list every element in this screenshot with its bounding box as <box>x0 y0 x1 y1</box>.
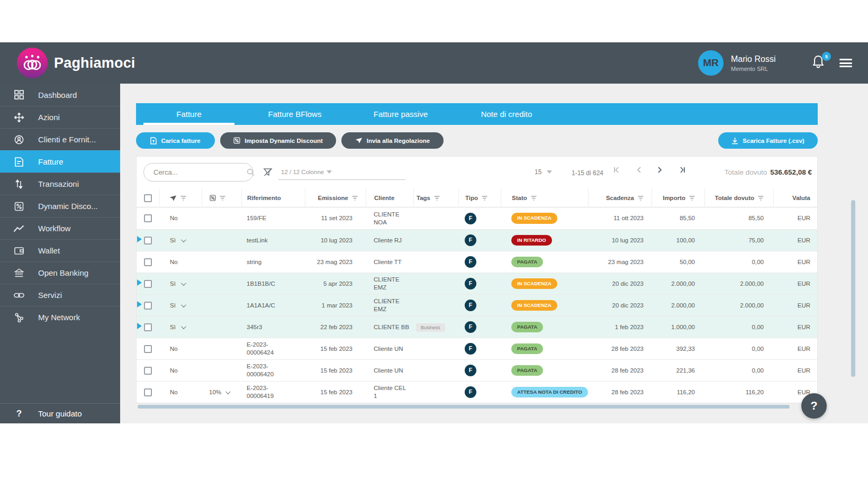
row-checkbox[interactable] <box>144 323 152 331</box>
sidebar-item-open-banking[interactable]: Open Banking <box>0 261 120 284</box>
row-checkbox[interactable] <box>144 280 152 288</box>
table-row[interactable]: No 10% E-2023-00006419 15 feb 2023 Clien… <box>137 381 817 403</box>
row-checkbox[interactable] <box>144 237 152 245</box>
sidebar-item-servizi[interactable]: Servizi <box>0 284 120 306</box>
emissione-cell: 15 feb 2023 <box>305 345 366 353</box>
sidebar-item-label: Azioni <box>38 113 60 122</box>
chevron-down-icon[interactable] <box>181 324 186 329</box>
table-row[interactable]: Sì testLink 10 lug 2023 Cliente RJ F IN … <box>137 229 817 251</box>
expand-triangle-icon[interactable] <box>137 236 142 242</box>
tipo-badge: F <box>465 278 476 289</box>
valuta-cell: EUR <box>773 323 818 331</box>
row-checkbox[interactable] <box>144 214 152 222</box>
table-body: No 159/FE 11 set 2023 CLIENTE NOA F IN S… <box>137 207 817 403</box>
notification-badge: 5 <box>822 52 831 61</box>
table-row[interactable]: No 159/FE 11 set 2023 CLIENTE NOA F IN S… <box>137 207 817 229</box>
sidebar-item-wallet[interactable]: Wallet <box>0 239 120 261</box>
filter-icon[interactable] <box>531 196 537 201</box>
row-checkbox[interactable] <box>144 388 152 396</box>
filter-icon[interactable] <box>638 196 644 201</box>
expand-triangle-icon[interactable] <box>137 323 142 329</box>
sidebar-item-azioni[interactable]: Azioni <box>0 106 120 128</box>
vertical-scrollbar[interactable] <box>851 200 855 377</box>
chevron-down-icon[interactable] <box>181 280 186 286</box>
imposta-dynamic-discount-button[interactable]: Imposta Dynamic Discount <box>220 132 336 149</box>
clear-filters-icon[interactable] <box>263 167 273 177</box>
filter-icon[interactable] <box>434 196 440 201</box>
filter-icon[interactable] <box>352 196 358 201</box>
notifications-button[interactable]: 5 <box>812 54 828 72</box>
row-checkbox[interactable] <box>144 345 152 353</box>
line-chart-icon <box>0 225 38 232</box>
sidebar-item-my-network[interactable]: My Network <box>0 306 120 328</box>
expand-triangle-icon[interactable] <box>137 301 142 307</box>
expand-triangle-icon[interactable] <box>137 279 142 286</box>
filter-icon[interactable] <box>689 196 695 201</box>
sidebar-item-tour-guidato[interactable]: ? Tour guidato <box>0 403 120 423</box>
brand-logo[interactable]: Paghiamoci <box>17 48 135 78</box>
discount-icon <box>0 202 38 211</box>
valuta-cell: EUR <box>773 302 818 310</box>
tab-fatture-bflows[interactable]: Fatture BFlows <box>242 103 348 125</box>
importo-cell: 116,20 <box>652 388 704 396</box>
select-all-checkbox[interactable] <box>144 194 152 202</box>
riferimento-cell: 345r3 <box>241 323 305 331</box>
sidebar-item-fatture[interactable]: Fatture <box>0 150 120 173</box>
menu-icon[interactable] <box>839 57 852 69</box>
emissione-cell: 23 mag 2023 <box>305 258 366 266</box>
sidebar-item-clienti[interactable]: Clienti e Fornit... <box>0 128 120 150</box>
table-row[interactable]: No E-2023-00006424 15 feb 2023 Cliente U… <box>137 338 817 359</box>
sidebar-item-dynamic-discount[interactable]: Dynamic Disco... <box>0 195 120 217</box>
help-button[interactable]: ? <box>801 393 827 419</box>
scadenza-cell: 28 feb 2023 <box>588 388 652 396</box>
row-checkbox[interactable] <box>144 302 152 310</box>
tab-fatture[interactable]: Fatture <box>136 103 242 125</box>
sidebar-item-label: Fatture <box>38 157 64 166</box>
first-page-button[interactable] <box>613 166 620 174</box>
pagination-nav <box>613 166 686 174</box>
sidebar-item-transazioni[interactable]: Transazioni <box>0 173 120 195</box>
row-checkbox[interactable] <box>144 367 152 375</box>
tipo-badge: F <box>465 365 476 376</box>
horizontal-scrollbar[interactable] <box>138 405 790 409</box>
tipo-badge: F <box>465 343 476 355</box>
sent-value: No <box>170 214 178 222</box>
last-page-button[interactable] <box>679 166 686 174</box>
table-row[interactable]: Sì 1A1A1A/C 1 mar 2023 CLIENTE EMZ F IN … <box>137 294 817 316</box>
sidebar-item-workflow[interactable]: Workflow <box>0 217 120 239</box>
invia-alla-regolazione-button[interactable]: Invia alla Regolazione <box>341 132 444 149</box>
importo-cell: 85,50 <box>652 214 704 222</box>
riferimento-cell: testLink <box>241 237 305 245</box>
tab-fatture-passive[interactable]: Fatture passive <box>348 103 454 125</box>
filter-icon[interactable] <box>220 196 225 201</box>
carica-fatture-button[interactable]: Carica fatture <box>136 132 215 149</box>
filter-icon[interactable] <box>180 196 186 201</box>
table-row[interactable]: No string 23 mag 2023 Cliente TT F PAGAT… <box>137 251 817 273</box>
columns-select[interactable]: 12 / 12 Colonne <box>278 164 405 180</box>
avatar[interactable]: MR <box>698 50 724 76</box>
chevron-down-icon[interactable] <box>181 237 186 242</box>
tipo-badge: F <box>465 386 476 398</box>
table-row[interactable]: No E-2023-00006420 15 feb 2023 Cliente U… <box>137 359 817 381</box>
table-row[interactable]: Sì 1B1B1B/C 5 apr 2023 CLIENTE EMZ F IN … <box>137 273 817 294</box>
filter-icon[interactable] <box>482 196 487 201</box>
sidebar-item-label: Transazioni <box>38 179 79 188</box>
page-size-select[interactable]: 15 <box>535 168 554 176</box>
search-input[interactable] <box>153 168 247 176</box>
valuta-cell: EUR <box>773 214 818 222</box>
scarica-fatture-csv-button[interactable]: Scarica Fatture (.csv) <box>718 132 818 149</box>
cliente-cell: Cliente CEL 1 <box>366 384 413 400</box>
sidebar-item-label: Servizi <box>38 291 62 300</box>
row-checkbox[interactable] <box>144 258 152 266</box>
tab-note-di-credito[interactable]: Note di credito <box>454 103 559 125</box>
chevron-down-icon[interactable] <box>181 302 186 307</box>
sidebar-item-dashboard[interactable]: Dashboard <box>0 84 120 106</box>
filter-icon[interactable] <box>758 196 764 201</box>
table-row[interactable]: Sì 345r3 22 feb 2023 CLIENTE BB Business… <box>137 316 817 338</box>
share-icon <box>0 313 38 322</box>
next-page-button[interactable] <box>657 166 663 174</box>
prev-page-button[interactable] <box>636 166 641 174</box>
riferimento-cell: E-2023-00006420 <box>241 363 305 378</box>
status-badge: ATTESA NOTA DI CREDITO <box>511 387 588 397</box>
chevron-down-icon[interactable] <box>225 389 231 394</box>
